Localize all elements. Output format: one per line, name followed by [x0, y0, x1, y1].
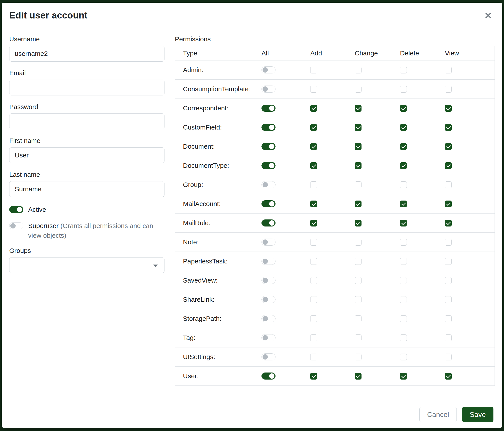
permission-delete-checkbox[interactable] — [400, 124, 407, 131]
permission-change-checkbox[interactable] — [355, 181, 361, 188]
permission-add-checkbox[interactable] — [310, 277, 317, 284]
permission-change-checkbox[interactable] — [355, 162, 361, 169]
permission-view-checkbox[interactable] — [445, 201, 452, 207]
permission-all-toggle[interactable] — [261, 373, 276, 379]
permission-change-checkbox[interactable] — [355, 220, 361, 226]
email-input[interactable] — [9, 80, 164, 95]
permission-change-checkbox[interactable] — [355, 354, 361, 360]
superuser-toggle[interactable] — [9, 222, 23, 229]
permission-add-checkbox[interactable] — [310, 105, 317, 112]
email-group: Email — [9, 69, 164, 95]
permission-change-checkbox[interactable] — [355, 277, 361, 284]
permission-delete-checkbox[interactable] — [400, 67, 407, 73]
permission-view-checkbox[interactable] — [445, 239, 452, 246]
permission-delete-checkbox[interactable] — [400, 201, 407, 207]
permission-add-checkbox[interactable] — [310, 334, 317, 341]
permission-add-checkbox[interactable] — [310, 201, 317, 207]
permission-add-checkbox[interactable] — [310, 258, 317, 265]
permission-add-checkbox[interactable] — [310, 354, 317, 360]
permission-add-checkbox[interactable] — [310, 373, 317, 379]
permission-all-toggle[interactable] — [261, 86, 276, 93]
permission-change-checkbox[interactable] — [355, 315, 361, 322]
permission-delete-checkbox[interactable] — [400, 315, 407, 322]
permission-all-toggle[interactable] — [261, 105, 276, 112]
permission-all-toggle[interactable] — [261, 315, 276, 322]
permission-delete-checkbox[interactable] — [400, 220, 407, 226]
password-input[interactable] — [9, 114, 164, 129]
permission-change-checkbox[interactable] — [355, 143, 361, 150]
permission-all-toggle[interactable] — [261, 124, 276, 131]
permission-delete-checkbox[interactable] — [400, 239, 407, 246]
cancel-button[interactable]: Cancel — [419, 407, 457, 422]
permission-view-checkbox[interactable] — [445, 354, 452, 360]
permission-change-checkbox[interactable] — [355, 239, 361, 246]
permission-view-checkbox[interactable] — [445, 373, 452, 379]
permission-add-checkbox[interactable] — [310, 181, 317, 188]
permission-add-checkbox[interactable] — [310, 239, 317, 246]
permission-change-checkbox[interactable] — [355, 124, 361, 131]
permission-change-checkbox[interactable] — [355, 105, 361, 112]
permission-change-checkbox[interactable] — [355, 296, 361, 303]
permission-delete-checkbox[interactable] — [400, 143, 407, 150]
username-input[interactable] — [9, 46, 164, 62]
permission-view-checkbox[interactable] — [445, 220, 452, 226]
permission-add-checkbox[interactable] — [310, 143, 317, 150]
permission-view-checkbox[interactable] — [445, 334, 452, 341]
permission-view-checkbox[interactable] — [445, 258, 452, 265]
permission-add-checkbox[interactable] — [310, 296, 317, 303]
permission-add-checkbox[interactable] — [310, 220, 317, 226]
permission-change-checkbox[interactable] — [355, 334, 361, 341]
permission-delete-checkbox[interactable] — [400, 86, 407, 93]
permission-view-checkbox[interactable] — [445, 277, 452, 284]
permission-all-toggle[interactable] — [261, 200, 276, 207]
permission-all-toggle[interactable] — [261, 353, 276, 360]
permission-delete-checkbox[interactable] — [400, 354, 407, 360]
active-toggle[interactable] — [9, 206, 23, 213]
permission-add-checkbox[interactable] — [310, 162, 317, 169]
permission-view-checkbox[interactable] — [445, 162, 452, 169]
permission-change-checkbox[interactable] — [355, 258, 361, 265]
permission-delete-checkbox[interactable] — [400, 105, 407, 112]
permission-delete-checkbox[interactable] — [400, 277, 407, 284]
permission-all-toggle[interactable] — [261, 162, 276, 169]
permission-add-checkbox[interactable] — [310, 86, 317, 93]
permission-add-checkbox[interactable] — [310, 124, 317, 131]
first-name-input[interactable] — [9, 147, 164, 163]
permission-view-checkbox[interactable] — [445, 296, 452, 303]
last-name-input[interactable] — [9, 181, 164, 197]
permission-all-toggle[interactable] — [261, 239, 276, 246]
groups-select[interactable] — [9, 257, 164, 273]
column-header-view: View — [445, 49, 495, 57]
permission-all-toggle[interactable] — [261, 143, 276, 150]
permission-view-checkbox[interactable] — [445, 67, 452, 73]
permission-row: UISettings: — [175, 347, 495, 366]
permission-view-checkbox[interactable] — [445, 105, 452, 112]
permission-add-checkbox[interactable] — [310, 315, 317, 322]
permission-all-toggle[interactable] — [261, 66, 276, 73]
permission-view-checkbox[interactable] — [445, 315, 452, 322]
permission-view-checkbox[interactable] — [445, 143, 452, 150]
permission-view-checkbox[interactable] — [445, 86, 452, 93]
permission-add-checkbox[interactable] — [310, 67, 317, 73]
permission-delete-checkbox[interactable] — [400, 296, 407, 303]
permission-all-toggle[interactable] — [261, 181, 276, 188]
permission-change-checkbox[interactable] — [355, 67, 361, 73]
permission-change-checkbox[interactable] — [355, 86, 361, 93]
permissions-section: Permissions Type All Add Change Delete V… — [175, 36, 495, 401]
permission-all-toggle[interactable] — [261, 219, 276, 226]
permission-all-toggle[interactable] — [261, 258, 276, 265]
permission-delete-checkbox[interactable] — [400, 162, 407, 169]
permission-change-checkbox[interactable] — [355, 201, 361, 207]
permission-view-checkbox[interactable] — [445, 181, 452, 188]
permission-view-checkbox[interactable] — [445, 124, 452, 131]
permission-all-toggle[interactable] — [261, 334, 276, 341]
permission-change-checkbox[interactable] — [355, 373, 361, 379]
permission-delete-checkbox[interactable] — [400, 181, 407, 188]
permission-all-toggle[interactable] — [261, 296, 276, 303]
permission-all-toggle[interactable] — [261, 277, 276, 284]
permission-delete-checkbox[interactable] — [400, 258, 407, 265]
save-button[interactable]: Save — [462, 407, 494, 422]
close-button[interactable]: × — [483, 10, 494, 21]
permission-delete-checkbox[interactable] — [400, 334, 407, 341]
permission-delete-checkbox[interactable] — [400, 373, 407, 379]
